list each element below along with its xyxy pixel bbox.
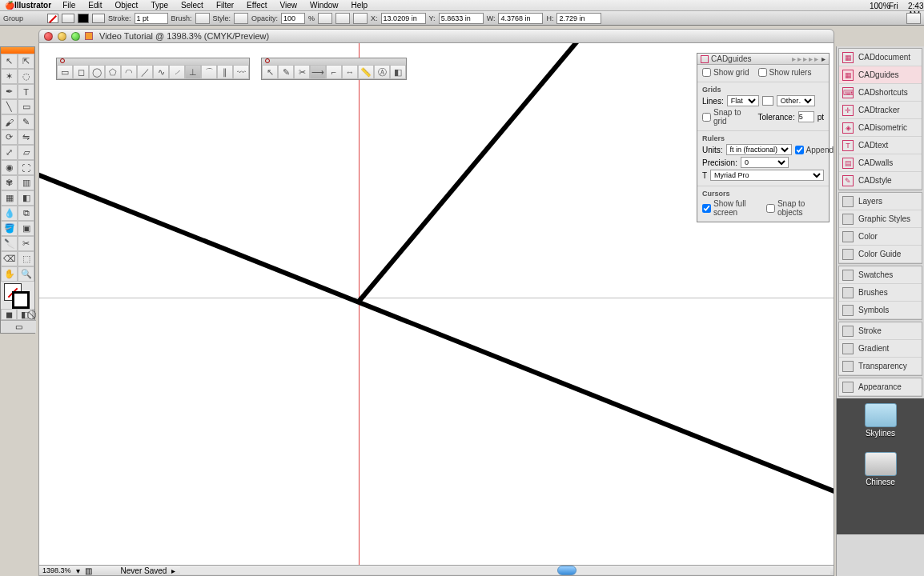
dock-caddocument[interactable]: ▦CADdocument (839, 49, 922, 66)
tolerance-input[interactable] (798, 111, 814, 122)
scissors-tool[interactable]: ✂ (18, 236, 34, 251)
menu-effect[interactable]: Effect (247, 1, 267, 10)
cad-label-tool[interactable]: Ⓐ (374, 65, 390, 79)
dock-cadguides[interactable]: ▦CADguides (839, 66, 922, 84)
fill-stroke-indicator[interactable] (1, 282, 34, 309)
recolor-button[interactable] (318, 13, 332, 24)
cad-circle-tool[interactable]: ◯ (89, 65, 105, 79)
other-select[interactable]: Other… (777, 95, 815, 106)
lasso-tool[interactable]: ◌ (18, 69, 34, 84)
stroke-swatch[interactable] (78, 14, 89, 23)
app-name[interactable]: Illustrator (14, 1, 51, 10)
menu-select[interactable]: Select (181, 1, 203, 10)
fill-swatch[interactable] (47, 14, 58, 23)
cad-polygon-tool[interactable]: ⬠ (105, 65, 121, 79)
live-paint-tool[interactable]: 🪣 (1, 221, 18, 236)
opacity-input[interactable] (281, 13, 305, 24)
snap-to-grid-checkbox[interactable]: Snap to grid (702, 108, 755, 126)
hand-tool[interactable]: ✋ (1, 266, 18, 282)
minimize-button[interactable] (58, 32, 66, 41)
cadguides-tab[interactable]: CADguides ▸▸▸▸▸ ▸ (697, 54, 829, 65)
symbol-sprayer-tool[interactable]: ✾ (1, 175, 18, 190)
selection-tool[interactable]: ↖ (1, 54, 18, 69)
zoom-level[interactable]: 1398.3% (42, 566, 71, 574)
show-rulers-checkbox[interactable]: Show rulers (758, 68, 812, 77)
cad-trim-tool[interactable]: ✂ (294, 65, 310, 79)
menu-filter[interactable]: Filter (216, 1, 234, 10)
apple-menu-icon[interactable]: 🍎 (5, 1, 14, 10)
dock-swatches[interactable]: Swatches (839, 266, 922, 284)
append-checkbox[interactable]: Append (795, 146, 834, 154)
units-select[interactable]: ft in (fractional) (726, 144, 792, 155)
cad-select-tool[interactable]: ↖ (262, 65, 278, 79)
type-tool[interactable]: T (18, 84, 34, 99)
dock-color[interactable]: Color (839, 228, 922, 246)
dock-cadshortcuts[interactable]: ⌨CADshortcuts (839, 84, 922, 102)
horizontal-scrollbar[interactable] (180, 566, 830, 574)
dock-gradient[interactable]: Gradient (839, 340, 922, 358)
lines-select[interactable]: Flat (727, 95, 759, 106)
menu-type[interactable]: Type (151, 1, 168, 10)
cad-spline-tool[interactable]: ∿ (153, 65, 169, 79)
direct-selection-tool[interactable]: ⇱ (18, 54, 34, 69)
state-dropdown-icon[interactable]: ▸ (171, 566, 175, 575)
gradient-mode[interactable]: ◧ (17, 309, 33, 320)
scale-tool[interactable]: ⤢ (1, 145, 18, 160)
brush-dropdown[interactable] (195, 13, 210, 24)
menu-file[interactable]: File (62, 1, 75, 10)
dock-transparency[interactable]: Transparency (839, 358, 922, 375)
zoom-button[interactable] (71, 32, 80, 41)
crop-area-tool[interactable]: ⬚ (18, 251, 34, 266)
show-grid-checkbox[interactable]: Show grid (702, 68, 749, 77)
toolbar-grip[interactable] (262, 58, 406, 65)
cad-fillet-tool[interactable]: ⌐ (326, 65, 342, 79)
menu-help[interactable]: Help (352, 1, 368, 10)
path-line-b[interactable] (357, 43, 597, 303)
dock-cadtext[interactable]: TCADtext (839, 137, 922, 154)
graph-tool[interactable]: ▥ (18, 175, 34, 190)
magic-wand-tool[interactable]: ✶ (1, 69, 18, 84)
stroke-dropdown[interactable] (92, 14, 105, 23)
warp-tool[interactable]: ◉ (1, 160, 18, 175)
reflect-tool[interactable]: ⇋ (18, 130, 34, 145)
zoom-tool[interactable]: 🔍 (18, 266, 34, 282)
toolbar-grip[interactable] (57, 58, 249, 65)
rotate-tool[interactable]: ⟳ (1, 130, 18, 145)
color-mode[interactable]: ◼ (1, 309, 17, 320)
workspace-switcher[interactable] (906, 13, 921, 24)
dock-cadwalls[interactable]: ▤CADwalls (839, 154, 922, 172)
dock-brushes[interactable]: Brushes (839, 284, 922, 302)
panel-menu-icon[interactable]: ▸ (822, 54, 826, 63)
cad-extend-tool[interactable]: ⟶ (310, 65, 326, 79)
cad-dimension-tool[interactable]: ↔ (342, 65, 358, 79)
y-input[interactable] (439, 13, 484, 24)
dock-graphic-styles[interactable]: Graphic Styles (839, 210, 922, 228)
cad-edit-path-tool[interactable]: ✎ (278, 65, 294, 79)
w-input[interactable] (498, 13, 543, 24)
menu-edit[interactable]: Edit (88, 1, 102, 10)
fill-dropdown[interactable] (62, 14, 74, 23)
transform-anchor-icon[interactable] (353, 13, 368, 24)
cad-callout-tool[interactable]: ◧ (390, 65, 406, 79)
blend-tool[interactable]: ⧉ (18, 206, 34, 221)
dock-color-guide[interactable]: Color Guide (839, 246, 922, 263)
dock-cadisometric[interactable]: ◈CADisometric (839, 119, 922, 137)
cad-square-tool[interactable]: ◻ (73, 65, 89, 79)
dock-cadstyle[interactable]: ✎CADstyle (839, 172, 922, 190)
dock-cadtracker[interactable]: ✛CADtracker (839, 102, 922, 119)
h-input[interactable] (556, 13, 601, 24)
pen-tool[interactable]: ✒ (1, 84, 18, 99)
align-button[interactable] (335, 13, 350, 24)
cad-rect-tool[interactable]: ▭ (57, 65, 73, 79)
cad-tangent-tool[interactable]: ⌒ (201, 65, 217, 79)
none-mode[interactable]: ⃠ (33, 309, 34, 320)
pencil-tool[interactable]: ✎ (18, 114, 34, 130)
style-dropdown[interactable] (234, 13, 248, 24)
x-input[interactable] (381, 13, 426, 24)
menu-window[interactable]: Window (310, 1, 339, 10)
eyedropper-tool[interactable]: 💧 (1, 206, 18, 221)
eraser-tool[interactable]: ⌫ (1, 251, 18, 266)
menu-object[interactable]: Object (114, 1, 138, 10)
cad-polyline-tool[interactable]: ⟋ (169, 65, 185, 79)
cad-perpendicular-tool[interactable]: ⊥ (185, 65, 201, 79)
